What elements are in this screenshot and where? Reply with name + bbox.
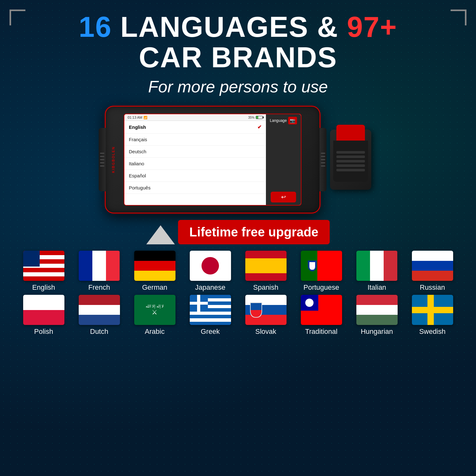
upgrade-badge: Lifetime free upgrade [178,220,330,244]
number-16: 16 [79,11,112,43]
subtitle-text: For more persons to use [6,77,470,96]
wifi-icon: 📶 [143,116,147,119]
grip-line [321,156,325,157]
flag-item-french: French [76,251,122,292]
flag-portuguese [301,251,342,281]
flag-item-english: English [21,251,67,292]
us-canton [23,251,40,267]
obd-rib [336,160,365,162]
flag-label-russian: Russian [420,283,445,292]
tw-sun [305,299,314,307]
flags-row-1: English French German [10,251,466,292]
lang-item-english[interactable]: English ✔ [124,121,266,134]
gr-cross [190,295,208,312]
jp-circle [202,257,219,274]
ar-sword: ⚔ [152,308,158,316]
flag-hungarian [356,295,398,325]
headline-line2: CAR BRANDS [6,41,470,74]
flag-spanish [245,251,287,281]
screen-right-panel: Language 📷 ↩ [266,114,301,205]
pt-shield [308,261,317,271]
flag-item-russian: Russian [409,251,455,292]
check-icon: ✔ [257,124,261,130]
grip-line [321,165,325,167]
flag-label-polish: Polish [34,327,53,336]
number-97: 97+ [347,11,397,43]
lang-name-german: Deutsch [129,149,146,154]
flag-item-greek: Greek [187,295,233,336]
flag-traditional [301,295,342,325]
flag-label-dutch: Dutch [90,327,108,336]
device-section: KIBGBOLEN 01:13 AM 📶 35% [0,106,476,214]
flag-label-german: German [142,283,167,292]
lang-item-french[interactable]: Français [124,134,266,146]
time-display: 01:13 AM [128,116,142,119]
lang-item-spanish[interactable]: Español [124,170,266,182]
grip-line [100,156,104,157]
status-right: 35% [248,116,263,119]
lang-name-portuguese: Português [129,185,150,190]
upgrade-section: Lifetime free upgrade [0,220,476,244]
lang-item-german[interactable]: Deutsch [124,146,266,158]
flag-label-traditional: Traditional [305,327,338,336]
scanner-right-grip [320,128,327,191]
flag-item-hungarian: Hungarian [354,295,400,336]
flag-label-english: English [32,283,55,292]
grip-line [100,153,104,154]
battery-indicator [256,116,263,119]
headline-text1: LANGUAGES & [120,11,338,43]
lang-name-spanish: Español [129,173,146,178]
obd-rib [336,169,365,171]
screen-left-panel: 01:13 AM 📶 35% English [124,114,266,205]
flag-label-swedish: Swedish [419,327,446,336]
flag-label-japanese: Japanese [195,283,225,292]
scanner-brand-label: KIBGBOLEN [111,146,115,173]
ar-text: لا إله إلا الله [146,304,164,308]
flag-swedish [412,295,453,325]
flag-label-greek: Greek [201,327,220,336]
status-bar: 01:13 AM 📶 35% [124,114,266,121]
flag-item-dutch: Dutch [76,295,122,336]
language-list: English ✔ Français Deutsch Italiano [124,121,266,205]
camera-icon: 📷 [288,117,297,124]
scanner-left-grip [99,128,106,191]
flag-polish [23,295,64,325]
grip-line [321,159,325,160]
flag-english [23,251,64,281]
lang-item-italian[interactable]: Italiano [124,158,266,170]
obd-rib [336,164,365,167]
lang-name-french: Français [129,137,147,142]
grip-line [321,153,325,154]
flag-label-italian: Italian [367,283,386,292]
flag-label-spanish: Spanish [253,283,279,292]
battery-fill [256,116,258,119]
obd-top-connector [336,125,365,141]
flag-arabic: لا إله إلا الله ⚔ [134,295,175,325]
back-button[interactable]: ↩ [271,192,296,202]
flag-greek [190,295,231,325]
flag-item-portuguese: Portuguese [298,251,344,292]
flag-german [134,251,175,281]
language-panel-title: Language [270,118,287,123]
flag-label-arabic: Arabic [145,327,164,336]
flag-item-spanish: Spanish [243,251,289,292]
flag-item-slovak: Slovak [243,295,289,336]
sk-shield [250,302,262,318]
flag-dutch [79,295,120,325]
flag-label-hungarian: Hungarian [361,327,393,336]
flag-item-italian: Italian [354,251,400,292]
tw-canton [301,295,318,311]
flag-italian [356,251,398,281]
flag-russian [412,251,453,281]
flags-row-2: Polish Dutch لا إله إلا الله ⚔ Arabic [10,295,466,336]
upgrade-arrow [146,225,175,244]
flag-item-traditional: Traditional [298,295,344,336]
grip-line [100,159,104,160]
lang-item-portuguese[interactable]: Português [124,182,266,194]
obd-dongle [330,129,371,190]
flag-label-portuguese: Portuguese [303,283,339,292]
obd-body [333,141,368,182]
se-cross-v [427,295,434,325]
scanner-screen: 01:13 AM 📶 35% English [124,114,301,206]
flag-slovak [245,295,287,325]
